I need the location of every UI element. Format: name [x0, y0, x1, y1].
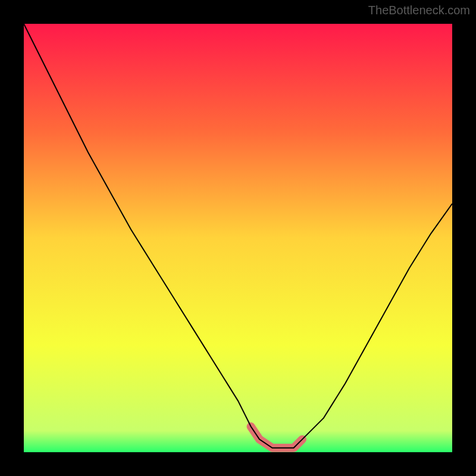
watermark-text: TheBottleneck.com [368, 4, 470, 17]
chart-area [24, 24, 452, 452]
gradient-background [24, 24, 452, 452]
bottleneck-chart [24, 24, 452, 452]
